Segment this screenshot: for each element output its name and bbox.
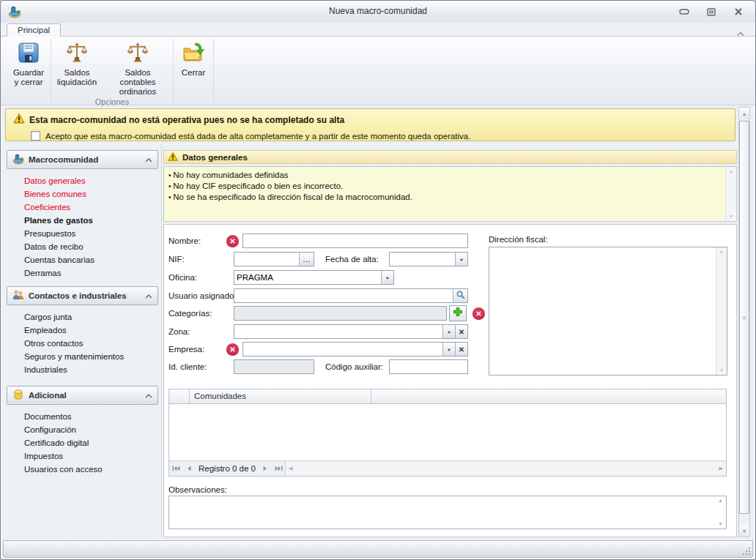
scroll-down-icon[interactable]: ▼ <box>718 521 723 527</box>
fecha-dropdown-button[interactable]: ▼ <box>455 253 467 266</box>
add-categoria-button[interactable] <box>449 305 467 321</box>
sidebar-item-industriales[interactable]: Industriales <box>24 363 158 376</box>
warning-triangle-icon <box>168 152 178 163</box>
pager-text: Registro 0 de 0 <box>196 464 259 473</box>
scroll-left-icon[interactable]: ◀ <box>289 466 292 471</box>
sidebar-group-contactos[interactable]: Contactos e industriales <box>7 286 158 305</box>
messages-scrollbar[interactable]: ▲ ▼ <box>725 167 736 221</box>
scrollbar-thumb[interactable]: ≡ <box>739 121 749 514</box>
sidebar-group-macrocomunidad[interactable]: Macrocomunidad <box>7 150 158 169</box>
scroll-down-icon[interactable]: ▼ <box>739 525 749 537</box>
scroll-down-icon[interactable]: ▼ <box>719 367 724 373</box>
nif-input[interactable] <box>234 253 299 266</box>
community-icon <box>12 153 24 166</box>
fecha-de-alta-input[interactable] <box>390 253 455 266</box>
sidebar-item-impuestos[interactable]: Impuestos <box>24 449 158 463</box>
section-header: Datos generales <box>163 150 737 164</box>
sidebar-item-bienes-comunes[interactable]: Bienes comunes <box>24 187 158 201</box>
chevron-up-icon[interactable] <box>145 291 152 300</box>
grid-body[interactable] <box>169 404 726 460</box>
saldos-contables-ordinarios-button[interactable]: Saldos contables ordinarios <box>103 37 173 97</box>
close-button[interactable] <box>730 6 746 18</box>
sidebar-item-documentos[interactable]: Documentos <box>24 410 158 423</box>
oficina-dropdown-button[interactable]: ▼ <box>381 271 393 284</box>
sidebar-item-coeficientes[interactable]: Coeficientes <box>24 201 158 214</box>
previous-record-button[interactable] <box>182 461 196 476</box>
zona-input[interactable] <box>234 325 442 338</box>
validation-message: No hay comunidades definidas <box>168 170 722 181</box>
section-header-title: Datos generales <box>182 153 248 162</box>
navigation-sidebar: Macrocomunidad Datos generales Bienes co… <box>7 150 158 482</box>
codigo-auxiliar-input[interactable] <box>389 359 468 374</box>
floppy-disk-icon <box>17 41 40 64</box>
guardar-y-cerrar-button[interactable]: Guardar y cerrar <box>7 37 51 87</box>
cerrar-button[interactable]: Cerrar <box>174 37 213 78</box>
activation-checkbox[interactable] <box>31 131 40 141</box>
oficina-input[interactable] <box>234 271 381 284</box>
dropdown-arrow-icon: ▼ <box>447 329 451 334</box>
sidebar-item-planes-de-gastos[interactable]: Planes de gastos <box>24 214 158 227</box>
scroll-up-icon[interactable]: ▲ <box>719 249 724 255</box>
main-vertical-scrollbar[interactable]: ▲ ≡ ▼ <box>738 107 750 537</box>
sidebar-group-label: Macrocomunidad <box>29 155 141 164</box>
sidebar-item-derramas[interactable]: Derramas <box>24 266 158 280</box>
sidebar-item-usuarios-con-acceso[interactable]: Usuarios con acceso <box>24 463 158 476</box>
validation-message: No se ha especificado la dirección fisca… <box>168 192 722 203</box>
nif-ellipsis-button[interactable]: … <box>299 253 314 266</box>
sidebar-item-cuentas-bancarias[interactable]: Cuentas bancarias <box>24 253 158 266</box>
datos-generales-form: Nombre: ✕ NIF: … Fecha de alta: ▼ Oficin… <box>163 224 737 537</box>
grid-horizontal-scrollbar[interactable]: ◀ ▶ <box>285 461 726 476</box>
warning-triangle-icon <box>13 113 25 127</box>
direccion-scrollbar[interactable]: ▲ ▼ <box>716 247 727 375</box>
sidebar-item-cargos-junta[interactable]: Cargos junta <box>24 310 158 324</box>
scroll-down-icon[interactable]: ▼ <box>729 214 734 220</box>
nombre-input[interactable] <box>242 234 468 248</box>
empresa-input[interactable] <box>243 343 442 356</box>
minimize-button[interactable] <box>676 6 692 18</box>
dropdown-arrow-icon: ▼ <box>447 347 451 351</box>
sidebar-item-presupuestos[interactable]: Presupuestos <box>24 227 158 240</box>
resize-grip[interactable] <box>741 546 750 555</box>
scroll-right-icon[interactable]: ▶ <box>719 466 723 471</box>
scroll-up-icon[interactable]: ▲ <box>739 108 749 119</box>
usuario-search-button[interactable] <box>453 289 467 302</box>
plus-icon <box>453 307 463 320</box>
first-record-button[interactable] <box>169 461 182 476</box>
observaciones-scrollbar[interactable]: ▲ ▼ <box>715 496 726 529</box>
zona-clear-button[interactable]: ✕ <box>455 325 467 338</box>
scroll-up-icon[interactable]: ▲ <box>718 498 723 504</box>
chevron-up-icon[interactable] <box>145 155 152 164</box>
zona-label: Zona: <box>168 324 190 339</box>
empresa-label: Empresa: <box>168 342 204 356</box>
direccion-fiscal-textarea[interactable]: ▲ ▼ <box>489 247 727 376</box>
sidebar-group-adicional[interactable]: Adicional <box>7 386 158 405</box>
sidebar-item-configuracion[interactable]: Configuración <box>24 423 158 436</box>
sidebar-item-certificado-digital[interactable]: Certificado digital <box>24 436 158 449</box>
sidebar-item-empleados[interactable]: Empleados <box>24 324 158 337</box>
activation-checkbox-label: Acepto que esta macro-comunidad está dad… <box>45 132 470 141</box>
maximize-button[interactable] <box>703 6 719 18</box>
sidebar-item-datos-de-recibo[interactable]: Datos de recibo <box>24 240 158 253</box>
zona-dropdown-button[interactable]: ▼ <box>442 325 455 338</box>
codigo-auxiliar-label: Código auxiliar: <box>325 359 383 374</box>
scales-icon <box>126 41 149 64</box>
next-record-button[interactable] <box>259 461 272 476</box>
error-circle-icon: ✕ <box>472 307 485 320</box>
empresa-clear-button[interactable]: ✕ <box>455 343 467 356</box>
chevron-up-icon[interactable] <box>145 391 152 400</box>
grid-column-comunidades[interactable]: Comunidades <box>190 389 371 403</box>
scales-icon <box>65 41 89 64</box>
last-record-button[interactable] <box>272 461 285 476</box>
usuario-asignado-input[interactable] <box>234 289 453 302</box>
empresa-dropdown-button[interactable]: ▼ <box>442 343 455 356</box>
dropdown-arrow-icon: ▼ <box>459 257 464 261</box>
people-icon <box>12 289 24 302</box>
observaciones-textarea[interactable]: ▲ ▼ <box>168 496 727 529</box>
sidebar-item-otros-contactos[interactable]: Otros contactos <box>24 337 158 350</box>
sidebar-item-seguros[interactable]: Seguros y mantenimientos <box>24 350 158 363</box>
sidebar-item-datos-generales[interactable]: Datos generales <box>24 174 158 187</box>
scroll-up-icon[interactable]: ▲ <box>729 168 734 174</box>
saldos-liquidacion-button[interactable]: Saldos liquidación <box>51 37 103 97</box>
direccion-fiscal-label: Dirección fiscal: <box>489 232 548 247</box>
tab-principal[interactable]: Principal <box>7 23 61 37</box>
